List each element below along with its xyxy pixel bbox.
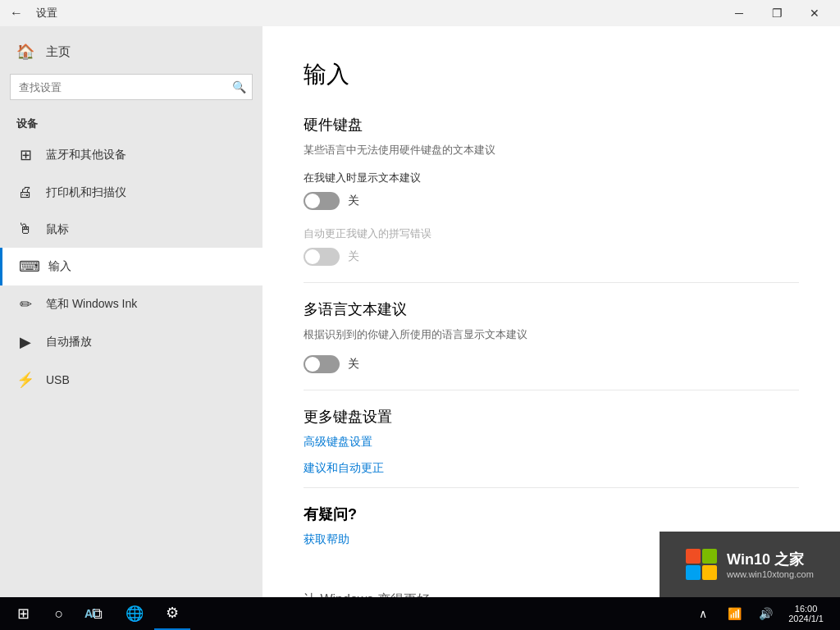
watermark: Win10 之家 www.win10xtong.com — [660, 532, 840, 597]
page-title: 输入 — [304, 59, 799, 90]
sidebar-item-usb[interactable]: ⚡ USB — [0, 361, 262, 399]
start-icon: ⊞ — [17, 605, 30, 623]
content-area: 输入 硬件键盘 某些语言中无法使用硬件键盘的文本建议 在我键入时显示文本建议 关… — [262, 26, 840, 597]
taskbar-app-settings[interactable]: ⚙ — [154, 597, 190, 630]
taskbar-ai[interactable]: Ai — [66, 597, 115, 630]
search-input[interactable] — [10, 74, 253, 100]
search-icon: 🔍 — [232, 80, 246, 94]
taskbar: ⊞ ○ ⧉ 🌐 ⚙ ∧ 📶 🔊 16:00 2024/1/1 Ai — [0, 597, 840, 630]
logo-sq-red — [686, 549, 701, 564]
title-bar: ← 设置 ─ ❐ ✕ — [0, 0, 840, 26]
sidebar: 🏠 主页 🔍 设备 ⊞ 蓝牙和其他设备 🖨 打印机和扫描仪 🖱 鼠标 ⌨ — [0, 26, 262, 597]
sidebar-item-printer-label: 打印机和扫描仪 — [46, 185, 126, 200]
sidebar-item-mouse-label: 鼠标 — [46, 222, 69, 237]
main-content: 🏠 主页 🔍 设备 ⊞ 蓝牙和其他设备 🖨 打印机和扫描仪 🖱 鼠标 ⌨ — [0, 26, 840, 597]
toggle2[interactable] — [304, 248, 340, 266]
tray-chevron[interactable]: ∧ — [688, 597, 718, 630]
watermark-text: Win10 之家 www.win10xtong.com — [727, 550, 814, 579]
minimize-button[interactable]: ─ — [720, 0, 758, 26]
watermark-url: www.win10xtong.com — [727, 569, 814, 579]
sidebar-item-pen-label: 笔和 Windows Ink — [46, 297, 137, 312]
sidebar-item-autoplay[interactable]: ▶ 自动播放 — [0, 323, 262, 361]
sidebar-item-bluetooth-label: 蓝牙和其他设备 — [46, 148, 126, 162]
sidebar-item-input-label: 输入 — [48, 259, 71, 274]
sidebar-item-home[interactable]: 🏠 主页 — [0, 33, 262, 71]
toggle3-knob — [305, 357, 320, 372]
taskbar-search-icon: ○ — [55, 605, 64, 623]
hardware-keyboard-title: 硬件键盘 — [304, 115, 799, 135]
home-icon: 🏠 — [16, 43, 34, 61]
settings-icon: ⚙ — [166, 604, 179, 622]
bluetooth-icon: ⊞ — [16, 146, 34, 164]
logo-sq-green — [702, 549, 717, 564]
keyboard-icon: ⌨ — [19, 258, 37, 276]
hardware-keyboard-desc: 某些语言中无法使用硬件键盘的文本建议 — [304, 143, 799, 158]
toggle1-knob — [305, 194, 320, 208]
autoplay-icon: ▶ — [16, 333, 34, 351]
tray-volume[interactable]: 🔊 — [751, 597, 780, 630]
clock-time: 16:00 — [795, 604, 818, 614]
divider2 — [304, 390, 799, 390]
watermark-title: Win10 之家 — [727, 550, 814, 569]
toggle1-row: 关 — [304, 192, 799, 210]
logo-sq-yellow — [702, 565, 717, 580]
sidebar-item-usb-label: USB — [46, 373, 70, 386]
settings-window: ← 设置 ─ ❐ ✕ 🏠 主页 🔍 — [0, 0, 840, 597]
divider1 — [304, 282, 799, 283]
toggle3[interactable] — [304, 355, 340, 373]
taskbar-clock[interactable]: 16:00 2024/1/1 — [782, 597, 830, 630]
autocorrect-label: 自动更正我键入的拼写错误 — [304, 226, 799, 241]
toggle3-row: 关 — [304, 355, 799, 373]
multilang-title: 多语言文本建议 — [304, 299, 799, 319]
taskbar-apps: ⧉ 🌐 ⚙ — [75, 597, 688, 630]
network-icon: 📶 — [728, 607, 742, 620]
toggle2-row: 关 — [304, 248, 799, 266]
logo-sq-blue — [686, 565, 701, 580]
sidebar-item-printer[interactable]: 🖨 打印机和扫描仪 — [0, 174, 262, 211]
usb-icon: ⚡ — [16, 371, 34, 389]
clock-date: 2024/1/1 — [788, 614, 824, 623]
pen-icon: ✏ — [16, 295, 34, 313]
tray-network[interactable]: 📶 — [719, 597, 749, 630]
multilang-desc: 根据识别到的你键入所使用的语言显示文本建议 — [304, 327, 799, 342]
start-button[interactable]: ⊞ — [3, 597, 43, 630]
faq-title: 有疑问? — [304, 504, 799, 524]
toggle2-knob — [305, 249, 320, 264]
toggle1[interactable] — [304, 192, 340, 210]
more-keyboard-title: 更多键盘设置 — [304, 407, 799, 427]
title-bar-left: ← 设置 — [7, 3, 720, 23]
window-title: 设置 — [36, 6, 57, 21]
sidebar-item-autoplay-label: 自动播放 — [46, 335, 92, 349]
volume-icon: 🔊 — [759, 607, 773, 620]
sidebar-item-mouse[interactable]: 🖱 鼠标 — [0, 211, 262, 248]
windows-logo — [686, 549, 717, 580]
sidebar-item-input[interactable]: ⌨ 输入 — [0, 248, 262, 285]
mouse-icon: 🖱 — [16, 221, 34, 238]
edge-icon: 🌐 — [126, 605, 144, 623]
home-label: 主页 — [46, 44, 71, 60]
sidebar-item-bluetooth[interactable]: ⊞ 蓝牙和其他设备 — [0, 136, 262, 174]
taskbar-tray: ∧ 📶 🔊 16:00 2024/1/1 — [688, 597, 837, 630]
sidebar-item-pen[interactable]: ✏ 笔和 Windows Ink — [0, 285, 262, 323]
back-button[interactable]: ← — [7, 3, 26, 23]
printer-icon: 🖨 — [16, 184, 34, 201]
suggestion-autocorrect-link[interactable]: 建议和自动更正 — [304, 461, 799, 476]
advanced-keyboard-link[interactable]: 高级键盘设置 — [304, 435, 799, 450]
chevron-icon: ∧ — [699, 607, 707, 620]
taskbar-app-edge[interactable]: 🌐 — [116, 597, 153, 630]
divider3 — [304, 487, 799, 488]
suggestion-label: 在我键入时显示文本建议 — [304, 171, 799, 185]
ai-label: Ai — [84, 607, 96, 620]
window-controls: ─ ❐ ✕ — [720, 0, 833, 26]
sidebar-section-label: 设备 — [0, 110, 262, 136]
toggle3-label: 关 — [348, 357, 359, 372]
close-button[interactable]: ✕ — [796, 0, 833, 26]
toggle1-label: 关 — [348, 194, 359, 208]
toggle2-label: 关 — [348, 249, 359, 264]
maximize-button[interactable]: ❐ — [758, 0, 796, 26]
search-box: 🔍 — [10, 74, 253, 100]
